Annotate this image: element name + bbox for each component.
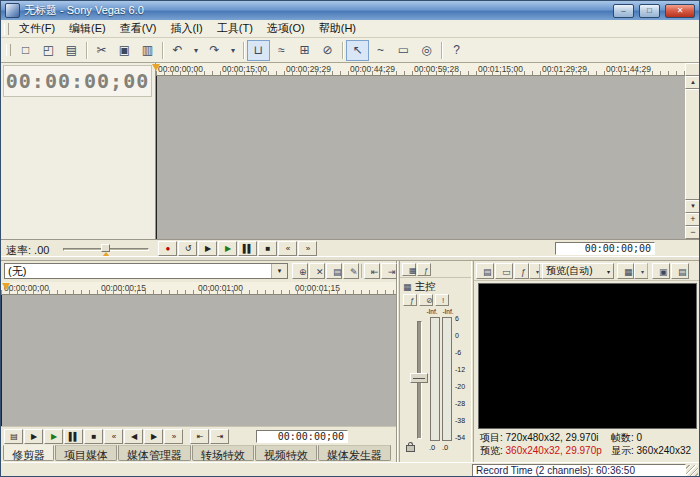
go-to-start-button[interactable]: « bbox=[278, 241, 297, 256]
video-output-fx-dropdown-arrow[interactable]: ▾ bbox=[529, 263, 543, 279]
external-monitor-button[interactable]: ▭ bbox=[495, 263, 513, 279]
ignore-event-grouping-button[interactable]: ⊘ bbox=[316, 40, 339, 61]
save-subclip-button[interactable]: ▤ bbox=[4, 429, 23, 444]
paste-button[interactable]: ▥ bbox=[136, 40, 159, 61]
overlay-options-button[interactable]: ▦ bbox=[617, 263, 634, 279]
copy-button[interactable]: ▣ bbox=[113, 40, 136, 61]
cut-button[interactable]: ✂ bbox=[90, 40, 113, 61]
normal-edit-tool-button[interactable]: ↖ bbox=[346, 40, 369, 61]
video-output-fx-button[interactable]: ƒ bbox=[514, 263, 529, 279]
media-selector-arrow-icon[interactable]: ▾ bbox=[271, 264, 287, 278]
copy-snapshot-button[interactable]: ▣ bbox=[652, 263, 670, 279]
tab-project-media[interactable]: 项目媒体 bbox=[55, 445, 117, 461]
overlay-options-dropdown-arrow[interactable]: ▾ bbox=[634, 263, 648, 279]
maximize-button[interactable]: □ bbox=[639, 4, 660, 18]
timeline-corner-button[interactable] bbox=[685, 63, 700, 76]
go-to-end-button[interactable]: » bbox=[298, 241, 317, 256]
timeline-ruler[interactable]: 00:00:00;00 00:00:15;00 00:00:29;29 00:0… bbox=[156, 63, 685, 76]
whats-this-help-button[interactable]: ? bbox=[445, 40, 468, 61]
project-video-properties-button[interactable]: ▤ bbox=[476, 263, 494, 279]
play-button[interactable]: ▶ bbox=[218, 241, 237, 256]
zoom-edit-tool-button[interactable]: ◎ bbox=[415, 40, 438, 61]
track-zoom-in-button[interactable]: + bbox=[685, 213, 700, 226]
minimize-button[interactable]: – bbox=[613, 4, 634, 18]
window-resize-grip[interactable] bbox=[686, 465, 698, 477]
new-project-button[interactable]: □ bbox=[14, 40, 37, 61]
save-project-button[interactable]: ▤ bbox=[60, 40, 83, 61]
remove-media-button[interactable]: ✕ bbox=[309, 263, 325, 279]
open-project-button[interactable]: ◰ bbox=[37, 40, 60, 61]
menubar-grip[interactable] bbox=[4, 23, 9, 35]
menu-view[interactable]: 查看(V) bbox=[113, 19, 164, 38]
record-button[interactable]: ● bbox=[158, 241, 177, 256]
trimmer-time-display[interactable]: 00:00:00;00 bbox=[256, 430, 348, 443]
tab-video-fx[interactable]: 视频特效 bbox=[255, 445, 317, 461]
tab-media-manager[interactable]: 媒体管理器 bbox=[118, 445, 191, 461]
menu-tools[interactable]: 工具(T) bbox=[210, 19, 260, 38]
trimmer-media-selector[interactable]: (无) ▾ bbox=[4, 263, 288, 279]
scroll-thumb[interactable] bbox=[685, 89, 700, 200]
envelope-edit-tool-button[interactable]: ~ bbox=[369, 40, 392, 61]
trimmer-play-from-start-button[interactable]: ▶ bbox=[24, 429, 43, 444]
undo-dropdown-arrow[interactable]: ▾ bbox=[189, 40, 203, 61]
scroll-down-button[interactable]: ▼ bbox=[685, 200, 700, 213]
play-from-start-button[interactable]: ▶ bbox=[198, 241, 217, 256]
tab-transitions[interactable]: 转场特效 bbox=[192, 445, 254, 461]
media-properties-button[interactable]: ⊕ bbox=[292, 263, 308, 279]
toolbar-grip[interactable] bbox=[6, 44, 11, 56]
tab-trimmer[interactable]: 修剪器 bbox=[3, 445, 54, 461]
trimmer-ruler[interactable]: 00:00:00;00 00:00:00;15 00:00:01;00 00:0… bbox=[1, 282, 396, 295]
selection-start-button[interactable]: ⇤ bbox=[190, 429, 209, 444]
insert-assignable-fx-button[interactable]: ƒ bbox=[417, 263, 431, 276]
master-solo-button[interactable]: ! bbox=[435, 294, 449, 306]
selection-edit-tool-button[interactable]: ▭ bbox=[392, 40, 415, 61]
rate-slider-handle[interactable] bbox=[101, 244, 110, 252]
trimmer-go-to-start-button[interactable]: « bbox=[104, 429, 123, 444]
trimmer-play-button[interactable]: ▶ bbox=[44, 429, 63, 444]
menu-insert[interactable]: 插入(I) bbox=[163, 19, 209, 38]
trimmer-cursor-marker[interactable] bbox=[2, 283, 10, 290]
redo-dropdown-arrow[interactable]: ▾ bbox=[226, 40, 240, 61]
timeline-area[interactable]: 00:00:00;00 00:00:15;00 00:00:29;29 00:0… bbox=[156, 63, 685, 239]
scroll-up-button[interactable]: ▲ bbox=[685, 76, 700, 89]
trimmer-body[interactable] bbox=[1, 295, 396, 426]
trimmer-stop-button[interactable]: ■ bbox=[84, 429, 103, 444]
previous-frame-button[interactable]: ◀ bbox=[124, 429, 143, 444]
tab-media-generators[interactable]: 媒体发生器 bbox=[318, 445, 391, 461]
menu-file[interactable]: 文件(F) bbox=[12, 19, 62, 38]
timeline-body[interactable] bbox=[156, 76, 685, 239]
cursor-time-display[interactable]: 00:00:00;00 bbox=[555, 242, 655, 255]
meter-scale-label: -28 bbox=[455, 400, 465, 407]
menu-options[interactable]: 选项(O) bbox=[260, 19, 312, 38]
track-zoom-out-button[interactable]: − bbox=[685, 226, 700, 239]
timecode-display[interactable]: 00:00:00;00 bbox=[3, 65, 152, 97]
trimmer-pause-button[interactable]: ▌▌ bbox=[64, 429, 83, 444]
timeline-vscrollbar[interactable]: ▲ ▼ + − bbox=[685, 63, 700, 239]
enable-snapping-button[interactable]: ⊔ bbox=[247, 40, 270, 61]
insert-audio-bus-button[interactable]: ▦ bbox=[402, 263, 416, 276]
transfer-selection-right-button[interactable]: ⇥ bbox=[381, 263, 397, 279]
loop-playback-button[interactable]: ↺ bbox=[178, 241, 197, 256]
timeline-cursor-marker[interactable] bbox=[152, 64, 160, 71]
fader-lock-icon[interactable] bbox=[406, 445, 415, 452]
master-fx-button[interactable]: ƒ bbox=[403, 294, 417, 306]
pause-button[interactable]: ▌▌ bbox=[238, 241, 257, 256]
menu-edit[interactable]: 编辑(E) bbox=[62, 19, 113, 38]
undo-button[interactable]: ↶ bbox=[166, 40, 189, 61]
save-snapshot-button[interactable]: ▤ bbox=[671, 263, 689, 279]
trimmer-go-to-end-button[interactable]: » bbox=[164, 429, 183, 444]
open-in-audio-editor-button[interactable]: ✎ bbox=[343, 263, 359, 279]
preview-quality-selector[interactable]: 预览(自动) ▾ bbox=[542, 263, 614, 279]
menu-help[interactable]: 帮助(H) bbox=[312, 19, 363, 38]
stop-button[interactable]: ■ bbox=[258, 241, 277, 256]
auto-ripple-button[interactable]: ≈ bbox=[270, 40, 293, 61]
redo-button[interactable]: ↷ bbox=[203, 40, 226, 61]
selection-end-button[interactable]: ⇥ bbox=[210, 429, 229, 444]
close-button[interactable]: ✕ bbox=[665, 4, 695, 18]
next-frame-button[interactable]: ▶ bbox=[144, 429, 163, 444]
master-fader-handle[interactable] bbox=[410, 373, 428, 383]
transfer-selection-left-button[interactable]: ⇤ bbox=[364, 263, 380, 279]
save-trimmer-markers-button[interactable]: ▤ bbox=[326, 263, 342, 279]
lock-envelopes-button[interactable]: ⊞ bbox=[293, 40, 316, 61]
master-mute-button[interactable]: ⊘ bbox=[419, 294, 433, 306]
